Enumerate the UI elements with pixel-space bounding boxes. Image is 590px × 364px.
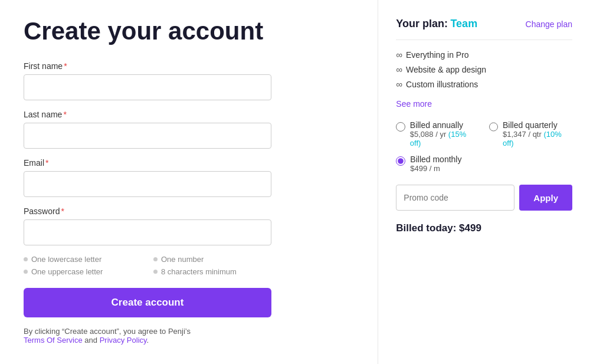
billing-option-annually[interactable]: Billed annually $5,088 / yr (15% off) bbox=[396, 120, 477, 147]
email-input[interactable] bbox=[24, 171, 271, 197]
apply-button[interactable]: Apply bbox=[519, 185, 572, 211]
last-name-group: Last name* bbox=[24, 110, 354, 149]
hint-dot-uppercase bbox=[24, 270, 28, 274]
billing-row-1: Billed annually $5,088 / yr (15% off) Bi… bbox=[396, 120, 572, 147]
password-group: Password* bbox=[24, 206, 354, 245]
email-label: Email* bbox=[24, 158, 354, 168]
hint-dot-min-chars bbox=[153, 270, 158, 274]
billing-row-2: Billed monthly $499 / m bbox=[396, 155, 572, 173]
see-more-link[interactable]: See more bbox=[396, 99, 432, 109]
billing-option-quarterly[interactable]: Billed quarterly $1,347 / qtr (10% off) bbox=[489, 120, 572, 147]
radio-monthly[interactable] bbox=[396, 156, 405, 166]
terms-of-service-link[interactable]: Terms Of Service bbox=[24, 336, 83, 345]
privacy-policy-link[interactable]: Privacy Policy bbox=[100, 336, 147, 345]
feature-item-0: ∞ Everything in Pro bbox=[396, 50, 572, 60]
page-title: Create your account bbox=[24, 18, 354, 45]
hint-uppercase: One uppercase letter bbox=[24, 267, 142, 276]
radio-annually[interactable] bbox=[396, 122, 405, 132]
plan-header: Your plan: Team Change plan bbox=[396, 18, 572, 30]
email-group: Email* bbox=[24, 158, 354, 197]
divider bbox=[396, 40, 572, 40]
left-panel: Create your account First name* Last nam… bbox=[0, 0, 378, 364]
last-name-input[interactable] bbox=[24, 123, 271, 149]
terms-text: By clicking “Create account”, you agree … bbox=[24, 327, 271, 345]
hint-lowercase: One lowercase letter bbox=[24, 255, 142, 264]
hint-dot-lowercase bbox=[24, 257, 28, 261]
promo-input[interactable] bbox=[396, 185, 514, 211]
change-plan-link[interactable]: Change plan bbox=[526, 19, 572, 29]
billing-option-monthly[interactable]: Billed monthly $499 / m bbox=[396, 155, 461, 173]
hint-min-chars: 8 characters minimum bbox=[153, 267, 271, 276]
first-name-group: First name* bbox=[24, 61, 354, 100]
billed-today: Billed today: $499 bbox=[396, 222, 572, 234]
promo-section: Apply bbox=[396, 185, 572, 211]
last-name-label: Last name* bbox=[24, 110, 354, 119]
hint-number: One number bbox=[153, 255, 271, 264]
plan-title: Your plan: Team bbox=[396, 18, 477, 30]
password-hints: One lowercase letter One number One uppe… bbox=[24, 255, 271, 276]
right-panel: Your plan: Team Change plan ∞ Everything… bbox=[378, 0, 590, 364]
password-input[interactable] bbox=[24, 219, 271, 245]
feature-item-1: ∞ Website & app design bbox=[396, 64, 572, 74]
billing-options: Billed annually $5,088 / yr (15% off) Bi… bbox=[396, 120, 572, 173]
feature-item-2: ∞ Custom illustrations bbox=[396, 79, 572, 89]
feature-list: ∞ Everything in Pro ∞ Website & app desi… bbox=[396, 50, 572, 89]
password-label: Password* bbox=[24, 206, 354, 216]
first-name-input[interactable] bbox=[24, 74, 271, 100]
create-account-button[interactable]: Create account bbox=[24, 288, 271, 317]
radio-quarterly[interactable] bbox=[489, 122, 498, 132]
hint-dot-number bbox=[153, 257, 158, 261]
first-name-label: First name* bbox=[24, 61, 354, 71]
